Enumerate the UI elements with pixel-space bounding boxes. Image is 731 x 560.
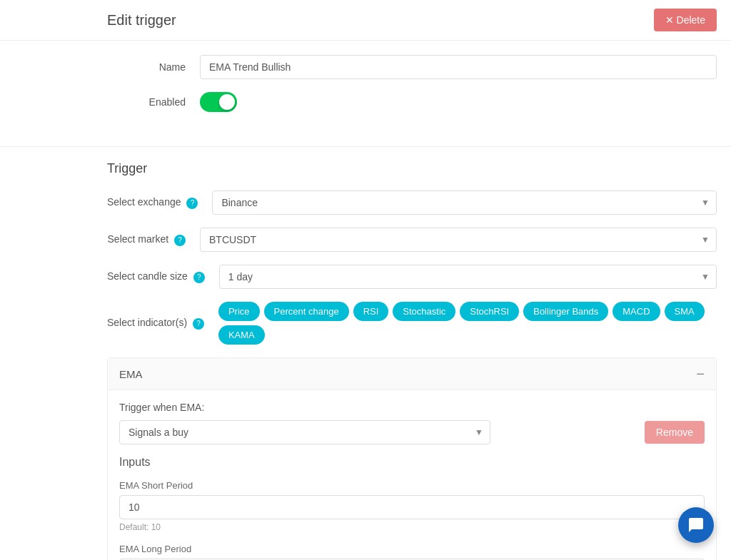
short-period-input[interactable] <box>119 495 705 519</box>
form-section: Name Enabled <box>0 41 731 139</box>
indicators-row: Select indicator(s) ? PricePercent chang… <box>107 302 717 345</box>
toggle-wrap <box>200 92 237 112</box>
indicator-btn-macd[interactable]: MACD <box>612 302 660 321</box>
long-period-label: EMA Long Period <box>119 544 705 554</box>
candle-row: Select candle size ? 1 minute 5 minutes … <box>107 265 717 289</box>
exchange-label: Select exchange ? <box>107 196 212 209</box>
indicator-btn-stochrsi[interactable]: StochRSI <box>460 302 519 321</box>
indicators-help-icon[interactable]: ? <box>193 318 204 330</box>
name-row: Name <box>107 55 717 79</box>
header-bar: Edit trigger ✕ Delete <box>0 0 731 41</box>
short-period-label: EMA Short Period <box>119 480 705 491</box>
name-input[interactable] <box>200 55 717 79</box>
market-select[interactable]: BTCUSDT ETHUSDT BNBUSDT <box>200 228 717 252</box>
enabled-row: Enabled <box>107 92 717 112</box>
indicator-btn-stochastic[interactable]: Stochastic <box>393 302 455 321</box>
market-row: Select market ? BTCUSDT ETHUSDT BNBUSDT … <box>107 228 717 252</box>
indicator-btn-kama[interactable]: KAMA <box>218 325 265 345</box>
page-title: Edit trigger <box>107 12 176 29</box>
ema-collapse-button[interactable]: − <box>696 367 705 381</box>
exchange-help-icon[interactable]: ? <box>186 198 198 209</box>
enabled-label: Enabled <box>107 96 200 108</box>
indicators-label: Select indicator(s) ? <box>107 317 218 330</box>
long-period-group: EMA Long Period Default: 30 <box>119 544 705 560</box>
delete-button[interactable]: ✕ Delete <box>654 9 717 31</box>
exchange-select[interactable]: Binance Bitfinex Kraken Coinbase <box>212 190 717 215</box>
ema-header: EMA − <box>108 358 716 390</box>
trigger-row: Signals a buy Signals a sell Crosses abo… <box>119 420 705 444</box>
candle-select[interactable]: 1 minute 5 minutes 15 minutes 1 hour 4 h… <box>219 265 717 289</box>
market-help-icon[interactable]: ? <box>174 235 186 246</box>
candle-select-wrap: 1 minute 5 minutes 15 minutes 1 hour 4 h… <box>219 265 717 289</box>
chat-icon <box>687 516 705 534</box>
inputs-section: Inputs EMA Short Period Default: 10 EMA … <box>108 456 716 560</box>
indicators-wrap: PricePercent changeRSIStochasticStochRSI… <box>218 302 717 345</box>
market-select-wrap: BTCUSDT ETHUSDT BNBUSDT ▼ <box>200 228 717 252</box>
name-label: Name <box>107 61 200 73</box>
market-label: Select market ? <box>107 233 200 246</box>
indicator-btn-percent_change[interactable]: Percent change <box>264 302 349 321</box>
exchange-section: Select exchange ? Binance Bitfinex Krake… <box>0 190 731 345</box>
enabled-toggle[interactable] <box>200 92 237 112</box>
ema-title: EMA <box>119 368 143 380</box>
indicator-btn-price[interactable]: Price <box>218 302 260 321</box>
exchange-select-wrap: Binance Bitfinex Kraken Coinbase ▼ <box>212 190 717 215</box>
short-period-default: Default: 10 <box>119 522 705 532</box>
ema-section: EMA − Trigger when EMA: Signals a buy Si… <box>107 357 717 560</box>
remove-button[interactable]: Remove <box>645 421 705 444</box>
exchange-row: Select exchange ? Binance Bitfinex Krake… <box>107 190 717 215</box>
candle-help-icon[interactable]: ? <box>193 272 205 283</box>
chat-button[interactable] <box>678 507 714 543</box>
candle-label: Select candle size ? <box>107 270 219 283</box>
short-period-group: EMA Short Period Default: 10 <box>119 480 705 532</box>
indicator-btn-rsi[interactable]: RSI <box>353 302 389 321</box>
trigger-section-title: Trigger <box>0 161 731 176</box>
indicator-btn-sma[interactable]: SMA <box>665 302 705 321</box>
trigger-select[interactable]: Signals a buy Signals a sell Crosses abo… <box>119 420 490 444</box>
trigger-when-label: Trigger when EMA: <box>119 402 705 413</box>
inputs-title: Inputs <box>119 456 705 469</box>
indicator-btn-bollinger_bands[interactable]: Bollinger Bands <box>523 302 608 321</box>
trigger-select-wrap: Signals a buy Signals a sell Crosses abo… <box>119 420 490 444</box>
ema-body: Trigger when EMA: Signals a buy Signals … <box>108 390 716 456</box>
